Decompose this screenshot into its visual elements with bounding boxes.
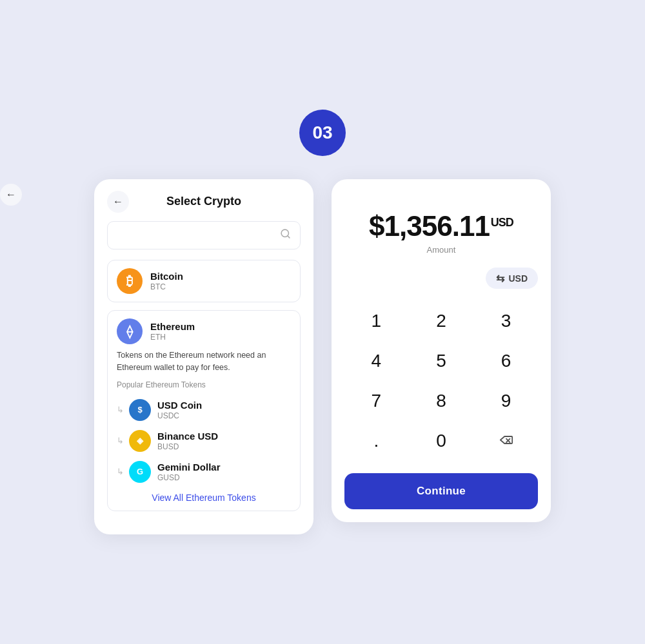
usdc-token-item[interactable]: ↳ $ USD Coin USDC bbox=[117, 395, 291, 425]
numpad-4[interactable]: 4 bbox=[344, 342, 408, 380]
numpad-5[interactable]: 5 bbox=[410, 342, 473, 380]
view-all-tokens-link[interactable]: View All Ethereum Tokens bbox=[117, 493, 291, 503]
gusd-symbol: GUSD bbox=[157, 473, 221, 482]
numpad-3[interactable]: 3 bbox=[474, 302, 538, 340]
currency-toggle-button[interactable]: ⇆ USD bbox=[486, 268, 538, 289]
ethereum-note: Tokens on the Ethereum network need an E… bbox=[117, 349, 291, 374]
busd-info: Binance USD BUSD bbox=[157, 431, 218, 451]
usdc-arrow-icon: ↳ bbox=[117, 405, 124, 415]
amount-panel: ← $1,356.11USD Amount ⇆ USD 1 2 3 4 5 6 … bbox=[332, 179, 551, 522]
ethereum-symbol: ETH bbox=[150, 333, 195, 342]
numpad-1[interactable]: 1 bbox=[344, 302, 408, 340]
usdc-info: USD Coin USDC bbox=[157, 400, 202, 420]
gusd-logo: G bbox=[129, 461, 151, 483]
numpad-0[interactable]: 0 bbox=[410, 422, 473, 460]
currency-toggle-icon: ⇆ bbox=[496, 272, 504, 284]
numpad-6[interactable]: 6 bbox=[474, 342, 538, 380]
currency-toggle-label: USD bbox=[508, 273, 528, 284]
busd-arrow-icon: ↳ bbox=[117, 436, 124, 445]
left-panel-header: ← Select Crypto bbox=[107, 195, 301, 208]
step-number: 03 bbox=[312, 122, 332, 143]
numpad-9[interactable]: 9 bbox=[474, 382, 538, 420]
gusd-token-item[interactable]: ↳ G Gemini Dollar GUSD bbox=[117, 456, 291, 487]
left-panel-title: Select Crypto bbox=[166, 195, 241, 208]
usdc-symbol: USDC bbox=[157, 411, 202, 420]
search-container bbox=[107, 221, 301, 249]
select-crypto-panel: ← Select Crypto ₿ Bitcoin BTC bbox=[94, 179, 313, 534]
amount-value: $1,356.11USD bbox=[344, 210, 538, 242]
step-badge: 03 bbox=[299, 110, 346, 156]
numpad-delete[interactable] bbox=[474, 422, 538, 460]
panels-container: ← Select Crypto ₿ Bitcoin BTC bbox=[94, 179, 551, 534]
left-back-button[interactable]: ← bbox=[107, 191, 129, 213]
amount-display: $1,356.11USD Amount bbox=[344, 210, 538, 255]
numpad-7[interactable]: 7 bbox=[344, 382, 408, 420]
continue-button[interactable]: Continue bbox=[344, 473, 538, 509]
usdc-name: USD Coin bbox=[157, 400, 202, 411]
numpad: 1 2 3 4 5 6 7 8 9 . 0 bbox=[344, 302, 538, 460]
busd-name: Binance USD bbox=[157, 431, 218, 442]
bitcoin-name: Bitcoin bbox=[150, 271, 183, 282]
numpad-dot[interactable]: . bbox=[344, 422, 408, 460]
svg-line-1 bbox=[288, 236, 290, 238]
usdc-logo: $ bbox=[129, 399, 151, 421]
ethereum-name: Ethereum bbox=[150, 321, 195, 332]
currency-toggle-container: ⇆ USD bbox=[344, 268, 538, 289]
gusd-name: Gemini Dollar bbox=[157, 462, 221, 473]
ethereum-info: Ethereum ETH bbox=[150, 321, 195, 342]
search-icon bbox=[280, 228, 291, 242]
numpad-2[interactable]: 2 bbox=[410, 302, 473, 340]
ethereum-section: ⟠ Ethereum ETH Tokens on the Ethereum ne… bbox=[107, 310, 301, 511]
ethereum-logo: ⟠ bbox=[117, 318, 143, 344]
bitcoin-logo: ₿ bbox=[117, 268, 143, 294]
busd-logo: ◈ bbox=[129, 430, 151, 452]
popular-tokens-label: Popular Ethereum Tokens bbox=[117, 380, 291, 389]
gusd-info: Gemini Dollar GUSD bbox=[157, 462, 221, 482]
bitcoin-info: Bitcoin BTC bbox=[150, 271, 183, 291]
right-back-button[interactable]: ← bbox=[0, 184, 22, 206]
busd-symbol: BUSD bbox=[157, 442, 218, 451]
amount-label: Amount bbox=[344, 245, 538, 255]
bitcoin-symbol: BTC bbox=[150, 282, 183, 291]
search-input[interactable] bbox=[117, 230, 280, 241]
numpad-8[interactable]: 8 bbox=[410, 382, 473, 420]
busd-token-item[interactable]: ↳ ◈ Binance USD BUSD bbox=[117, 425, 291, 456]
gusd-arrow-icon: ↳ bbox=[117, 467, 124, 476]
ethereum-header: ⟠ Ethereum ETH bbox=[117, 318, 291, 344]
bitcoin-item[interactable]: ₿ Bitcoin BTC bbox=[107, 260, 301, 302]
